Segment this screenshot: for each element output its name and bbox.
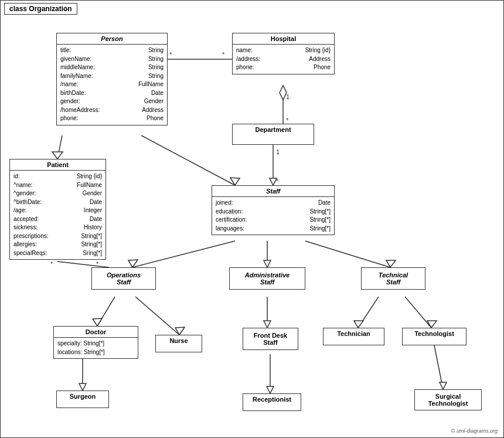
svg-text:*: * xyxy=(276,178,279,185)
svg-marker-19 xyxy=(128,260,138,267)
class-doctor-attrs: specialty: String[*] locations: String[*… xyxy=(54,338,138,358)
svg-line-22 xyxy=(305,241,390,267)
class-front-desk-staff-name: Front DeskStaff xyxy=(243,328,298,349)
class-technician-name: Technician xyxy=(323,328,384,339)
svg-line-24 xyxy=(97,297,115,326)
class-front-desk-staff: Front DeskStaff xyxy=(243,328,298,350)
svg-text:*: * xyxy=(96,260,99,267)
svg-marker-25 xyxy=(93,318,102,326)
class-technical-staff-name: TechnicalStaff xyxy=(362,268,425,289)
class-person: Person title:String givenName:String mid… xyxy=(56,33,168,125)
svg-marker-14 xyxy=(230,178,240,185)
svg-line-13 xyxy=(141,135,235,185)
copyright-text: © uml-diagrams.org xyxy=(451,428,498,434)
svg-line-26 xyxy=(135,297,179,335)
class-hospital: Hospital name:String {id} /address:Addre… xyxy=(232,33,335,74)
diagram-title: class Organization xyxy=(4,3,77,15)
class-patient-name: Patient xyxy=(10,159,105,171)
svg-text:*: * xyxy=(222,51,225,58)
class-technologist-name: Technologist xyxy=(403,328,466,339)
class-technical-staff: TechnicalStaff xyxy=(361,267,425,290)
svg-marker-23 xyxy=(386,260,396,267)
svg-marker-27 xyxy=(175,327,185,335)
class-administrative-staff-name: AdministrativeStaff xyxy=(230,268,305,289)
svg-marker-31 xyxy=(354,321,363,328)
svg-text:1: 1 xyxy=(276,148,280,155)
svg-line-18 xyxy=(132,241,235,267)
svg-marker-35 xyxy=(79,383,86,391)
class-surgical-technologist-name: SurgicalTechnologist xyxy=(415,390,481,410)
class-doctor: Doctor specialty: String[*] locations: S… xyxy=(53,326,138,359)
svg-line-11 xyxy=(57,135,62,159)
class-hospital-attrs: name:String {id} /address:Address phone:… xyxy=(233,45,334,74)
svg-marker-29 xyxy=(264,321,271,328)
class-doctor-name: Doctor xyxy=(54,327,138,338)
class-person-attrs: title:String givenName:String middleName… xyxy=(57,45,167,125)
class-receptionist: Receptionist xyxy=(243,393,301,411)
svg-marker-4 xyxy=(280,86,287,100)
uml-diagram: class Organization * * 1 * 1 * * xyxy=(0,0,504,438)
class-operations-staff-name: OperationsStaff xyxy=(92,268,155,289)
svg-text:*: * xyxy=(50,260,53,267)
svg-line-30 xyxy=(358,297,379,328)
svg-marker-39 xyxy=(440,382,447,389)
svg-marker-37 xyxy=(267,386,274,393)
class-hospital-name: Hospital xyxy=(233,33,334,45)
svg-text:1: 1 xyxy=(286,93,290,100)
class-nurse: Nurse xyxy=(155,335,202,352)
svg-marker-21 xyxy=(264,260,271,267)
svg-marker-12 xyxy=(52,152,63,159)
class-department-name: Department xyxy=(233,124,314,135)
class-patient: Patient id:String {id} ^name:FullName ^g… xyxy=(9,159,106,260)
svg-line-32 xyxy=(405,297,431,328)
class-staff-name: Staff xyxy=(212,186,334,197)
class-staff: Staff joined:Date education:String[*] ce… xyxy=(212,185,335,235)
svg-line-38 xyxy=(434,345,443,389)
class-surgical-technologist: SurgicalTechnologist xyxy=(414,389,482,410)
svg-text:*: * xyxy=(169,51,172,58)
class-operations-staff: OperationsStaff xyxy=(91,267,156,290)
class-technologist: Technologist xyxy=(402,328,466,345)
class-staff-attrs: joined:Date education:String[*] certific… xyxy=(212,197,334,235)
svg-marker-33 xyxy=(427,321,437,328)
class-technician: Technician xyxy=(323,328,384,345)
class-surgeon-name: Surgeon xyxy=(57,391,108,402)
class-nurse-name: Nurse xyxy=(156,335,202,346)
class-patient-attrs: id:String {id} ^name:FullName ^gender:Ge… xyxy=(10,171,105,259)
class-person-name: Person xyxy=(57,33,167,45)
svg-marker-8 xyxy=(270,178,277,185)
svg-text:*: * xyxy=(286,117,289,124)
svg-line-15 xyxy=(57,262,109,267)
class-receptionist-name: Receptionist xyxy=(243,394,301,405)
class-department: Department xyxy=(232,124,314,145)
class-surgeon: Surgeon xyxy=(56,391,109,408)
class-administrative-staff: AdministrativeStaff xyxy=(229,267,305,290)
